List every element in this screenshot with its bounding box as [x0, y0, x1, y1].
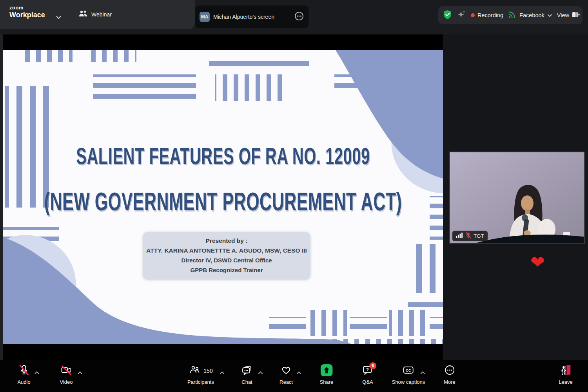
react-options-caret[interactable]	[296, 369, 301, 376]
participants-label: Participants	[187, 379, 214, 385]
topbar-status-pill: Recording Facebook View	[438, 6, 583, 24]
qa-button[interactable]: ? 6 Q&A	[362, 364, 373, 385]
audio-label: Audio	[17, 379, 30, 385]
logo-workplace-text: Workplace	[9, 11, 45, 18]
left-edge-strip	[0, 34, 3, 360]
livestream-broadcast-icon	[508, 11, 517, 20]
camera-off-icon	[60, 365, 72, 377]
slide-title-line1: SALIENT FEATURES OF RA NO. 12009	[3, 143, 443, 170]
leave-button[interactable]: Leave	[559, 364, 572, 385]
qa-question-mark: ?	[366, 367, 369, 372]
video-options-caret[interactable]	[77, 369, 82, 376]
tab-options-icon[interactable]	[294, 11, 304, 22]
ai-companion-sparkle-icon[interactable]	[457, 10, 466, 21]
shared-screen-area: SALIENT FEATURES OF RA NO. 12009 (NEW GO…	[3, 34, 443, 360]
leave-door-icon	[560, 364, 572, 378]
muted-mic-icon	[466, 232, 471, 240]
slide-title-line2: (NEW GOVERNMENT PROCUREMENT ACT)	[3, 188, 443, 217]
zoom-webinar-window: zoom Workplace Webinar MA Michan Alpue	[0, 0, 588, 392]
captions-options-caret[interactable]	[420, 369, 425, 376]
video-panel: TGT ❤	[443, 34, 588, 360]
top-bar: zoom Workplace Webinar MA Michan Alpue	[0, 0, 588, 34]
facebook-label: Facebook	[519, 12, 544, 18]
heart-outline-icon	[281, 365, 292, 377]
participants-button[interactable]: 150 Participants	[187, 364, 214, 385]
cc-glyph: CC	[406, 368, 411, 372]
presenter-box: Presented by : ATTY. KARINA ANTONETTTE A…	[143, 232, 310, 279]
share-button[interactable]: Share	[320, 364, 334, 385]
speaker-video-tile[interactable]: TGT	[449, 152, 585, 244]
recording-label: Recording	[477, 12, 503, 18]
audio-button[interactable]: Audio	[17, 364, 30, 385]
participants-count: 150	[203, 368, 212, 374]
shared-screen-tab-title: Michan Alpuerto's screen	[213, 14, 291, 20]
shared-screen-tab[interactable]: MA Michan Alpuerto's screen	[195, 5, 309, 28]
captions-label: Show captions	[392, 379, 425, 385]
webinar-label: Webinar	[91, 11, 112, 18]
captions-button[interactable]: CC Show captions	[392, 364, 425, 385]
qa-bubble-icon: ? 6	[363, 365, 373, 377]
recording-dot-icon	[471, 13, 475, 17]
view-layout-icon	[572, 11, 580, 19]
share-screen-icon	[320, 364, 332, 378]
chat-button[interactable]: Chat	[241, 364, 252, 385]
logo-zoom-text: zoom	[9, 5, 45, 10]
chat-label: Chat	[241, 379, 252, 385]
webinar-people-icon	[78, 9, 88, 19]
more-label: More	[444, 379, 456, 385]
speaker-name-label: TGT	[474, 233, 484, 239]
zoom-workplace-logo: zoom Workplace	[9, 5, 45, 18]
topbar-left-panel: zoom Workplace Webinar	[0, 0, 195, 29]
leave-label: Leave	[559, 379, 572, 385]
react-label: React	[279, 379, 293, 385]
more-ellipsis-icon	[444, 365, 455, 377]
participants-options-caret[interactable]	[220, 369, 225, 376]
presenter-name: ATTY. KARINA ANTONETTTE A. AGUDO, MSW, C…	[143, 246, 310, 255]
chevron-down-icon[interactable]	[56, 14, 62, 21]
audio-options-caret[interactable]	[34, 369, 39, 376]
more-button[interactable]: More	[444, 364, 456, 385]
chevron-down-icon	[547, 12, 552, 18]
share-label: Share	[320, 379, 334, 385]
webinar-tab[interactable]: Webinar	[78, 9, 112, 19]
recording-indicator: Recording	[471, 12, 503, 18]
presenter-heading: Presented by :	[143, 236, 310, 246]
view-button[interactable]: View	[557, 11, 580, 19]
presentation-slide: SALIENT FEATURES OF RA NO. 12009 (NEW GO…	[3, 50, 443, 344]
view-label: View	[557, 12, 569, 18]
qa-label: Q&A	[362, 379, 373, 385]
security-shield-icon[interactable]	[443, 10, 452, 21]
presenter-credential: GPPB Recognized Trainer	[143, 265, 310, 275]
chat-bubble-icon	[241, 365, 252, 377]
mic-muted-icon	[19, 365, 29, 377]
connection-signal-icon	[456, 232, 463, 240]
participants-icon	[189, 365, 200, 377]
meeting-toolbar: Audio Video	[0, 360, 588, 392]
closed-captions-icon: CC	[403, 365, 414, 377]
chat-options-caret[interactable]	[258, 369, 263, 376]
video-label: Video	[60, 379, 73, 385]
facebook-livestream-control[interactable]: Facebook	[508, 11, 552, 20]
avatar: MA	[200, 12, 210, 22]
speaker-video-frame	[450, 152, 585, 244]
react-button[interactable]: React	[279, 364, 293, 385]
heart-reaction: ❤	[530, 254, 545, 271]
video-tile-status-pill: TGT	[452, 231, 488, 241]
qa-unread-badge: 6	[370, 362, 377, 369]
video-button[interactable]: Video	[60, 364, 73, 385]
presenter-position: Director IV, DSWD Central Office	[143, 255, 310, 265]
